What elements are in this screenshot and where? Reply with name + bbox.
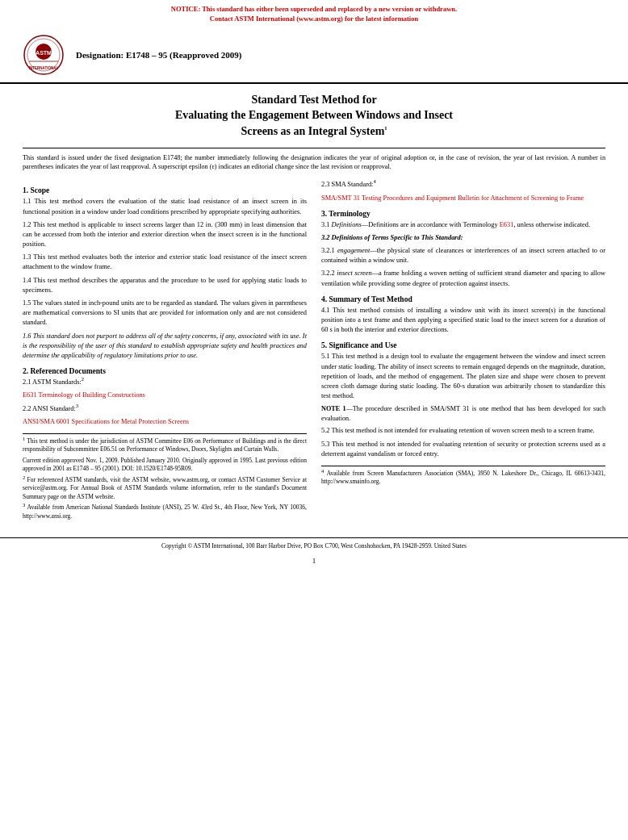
sig-p51: 5.1 This test method is a design tool to… [321, 352, 605, 401]
scope-p6: 1.6 This standard does not purport to ad… [23, 332, 307, 361]
notice-bar: NOTICE: This standard has either been su… [0, 0, 628, 27]
scope-p3: 1.3 This test method evaluates both the … [23, 253, 307, 272]
note-1: NOTE 1—The procedure described in SMA/SM… [321, 404, 605, 423]
scope-p5: 1.5 The values stated in inch-pound unit… [23, 299, 307, 328]
ref-link2: ANSI/SMA 6001 Specifications for Metal P… [23, 417, 307, 427]
sig-p53: 5.3 This test method is not intended for… [321, 440, 605, 459]
page-number: 1 [0, 557, 628, 565]
significance-title: 5. Significance and Use [321, 341, 605, 349]
terminology-body: 3.1 Definitions—Definitions are in accor… [321, 220, 605, 289]
scope-body: 1.1 This test method covers the evaluati… [23, 197, 307, 361]
notice-line1: NOTICE: This standard has either been su… [8, 5, 620, 15]
term-p321: 3.2.1 engagement—the physical state of c… [321, 246, 605, 265]
footnote-4: 4 Available from Screen Manufacturers As… [321, 470, 605, 487]
summary-body: 4.1 This test method consists of install… [321, 306, 605, 336]
two-column-layout: 1. Scope 1.1 This test method covers the… [23, 180, 605, 523]
footnote-2: 2 For referenced ASTM standards, visit t… [23, 476, 307, 502]
astm-logo: ASTM INTERNATIONAL [23, 34, 65, 76]
section-summary: 4. Summary of Test Method 4.1 This test … [321, 295, 605, 336]
left-column: 1. Scope 1.1 This test method covers the… [23, 180, 307, 523]
section-significance: 5. Significance and Use 5.1 This test me… [321, 341, 605, 458]
scope-p1: 1.1 This test method covers the evaluati… [23, 197, 307, 216]
footnotes-left: 1 This test method is under the jurisdic… [23, 433, 307, 521]
sma-p23: 2.3 SMA Standard:4 [321, 180, 605, 190]
referenced-body: 2.1 ASTM Standards:2 E631 Terminology of… [23, 378, 307, 427]
sma-link3: SMA/SMT 31 Testing Procedures and Equipm… [321, 194, 605, 203]
section-scope: 1. Scope 1.1 This test method covers the… [23, 186, 307, 361]
intro-paragraph: This standard is issued under the fixed … [23, 148, 605, 173]
footnote-1: 1 This test method is under the jurisdic… [23, 437, 307, 474]
ref-link1: E631 Terminology of Building Constructio… [23, 391, 307, 400]
scope-title: 1. Scope [23, 186, 307, 194]
document-footer: Copyright © ASTM International, 100 Barr… [0, 537, 628, 554]
document-header: ASTM INTERNATIONAL Designation: E1748 – … [0, 27, 628, 84]
svg-text:INTERNATIONAL: INTERNATIONAL [29, 66, 59, 70]
sig-p52: 5.2 This test method is not intended for… [321, 426, 605, 436]
terminology-title: 3. Terminology [321, 210, 605, 218]
page: NOTICE: This standard has either been su… [0, 0, 628, 840]
sma-body: 2.3 SMA Standard:4 SMA/SMT 31 Testing Pr… [321, 180, 605, 203]
scope-p4: 1.4 This test method describes the appar… [23, 276, 307, 295]
summary-p41: 4.1 This test method consists of install… [321, 306, 605, 336]
section-sma: 2.3 SMA Standard:4 SMA/SMT 31 Testing Pr… [321, 180, 605, 203]
ref-p22: 2.2 ANSI Standard:3 [23, 404, 307, 414]
footnotes-right: 4 Available from Screen Manufacturers As… [321, 466, 605, 487]
summary-title: 4. Summary of Test Method [321, 295, 605, 303]
designation-text: Designation: E1748 – 95 (Reapproved 2009… [76, 50, 241, 60]
footer-text: Copyright © ASTM International, 100 Barr… [23, 542, 605, 550]
main-content: Standard Test Method for Evaluating the … [0, 84, 628, 532]
referenced-title: 2. Referenced Documents [23, 367, 307, 375]
term-p322: 3.2.2 insect screen—a frame holding a wo… [321, 269, 605, 288]
document-title: Standard Test Method for Evaluating the … [23, 92, 605, 140]
significance-body: 5.1 This test method is a design tool to… [321, 352, 605, 458]
term-p32: 3.2 Definitions of Terms Specific to Thi… [321, 233, 605, 243]
section-terminology: 3. Terminology 3.1 Definitions—Definitio… [321, 210, 605, 289]
term-p31: 3.1 Definitions—Definitions are in accor… [321, 220, 605, 230]
notice-line2: Contact ASTM International (www.astm.org… [8, 15, 620, 24]
svg-text:ASTM: ASTM [36, 49, 52, 55]
footnote-3: 3 Available from American National Stand… [23, 504, 307, 520]
title-heading: Standard Test Method for Evaluating the … [23, 92, 605, 140]
section-referenced: 2. Referenced Documents 2.1 ASTM Standar… [23, 367, 307, 427]
ref-p21: 2.1 ASTM Standards:2 [23, 378, 307, 387]
scope-p2: 1.2 This test method is applicable to in… [23, 220, 307, 250]
right-column: 2.3 SMA Standard:4 SMA/SMT 31 Testing Pr… [321, 180, 605, 523]
